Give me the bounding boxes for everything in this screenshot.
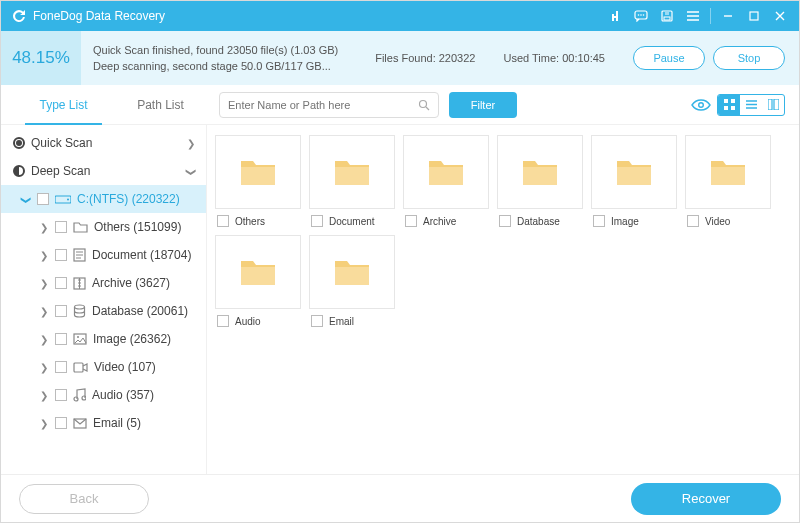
checkbox[interactable] [55,333,67,345]
folder-icon [709,157,747,187]
chevron-down-icon: ❯ [21,194,32,204]
view-detail-button[interactable] [762,95,784,115]
filter-button[interactable]: Filter [449,92,517,118]
svg-point-1 [638,14,640,16]
chevron-right-icon: ❯ [39,250,49,261]
audio-icon [73,388,86,402]
folder-card-image[interactable]: Image [591,135,677,227]
scan-status-line2: Deep scanning, second stage 50.0 GB/117 … [93,60,375,72]
title-bar: FoneDog Data Recovery [1,1,799,31]
folder-card-archive[interactable]: Archive [403,135,489,227]
toolbar: Type List Path List Filter [1,85,799,125]
save-icon[interactable] [654,1,680,31]
tree-deep-scan[interactable]: Deep Scan ❯ [1,157,206,185]
video-icon [73,362,88,373]
maximize-button[interactable] [741,1,767,31]
svg-point-24 [74,397,78,401]
share-icon[interactable] [602,1,628,31]
used-time: Used Time: 00:10:45 [503,52,605,64]
view-list-button[interactable] [740,95,762,115]
svg-point-9 [699,102,704,107]
folder-card-document[interactable]: Document [309,135,395,227]
scan-progress-percent: 48.15% [1,31,81,85]
tree-audio[interactable]: ❯ Audio (357) [1,381,206,409]
svg-point-25 [82,396,86,400]
tree-email[interactable]: ❯ Email (5) [1,409,206,437]
checkbox[interactable] [217,315,229,327]
svg-point-2 [640,14,642,16]
folder-icon [239,157,277,187]
list-mode-tabs: Type List Path List [15,85,209,125]
feedback-icon[interactable] [628,1,654,31]
preview-toggle[interactable] [691,98,711,112]
close-button[interactable] [767,1,793,31]
svg-point-3 [643,14,645,16]
checkbox[interactable] [37,193,49,205]
svg-rect-5 [664,17,670,20]
view-grid-button[interactable] [718,95,740,115]
checkbox[interactable] [55,417,67,429]
drive-icon [55,193,71,205]
chevron-right-icon: ❯ [39,278,49,289]
folder-icon [73,221,88,233]
svg-point-20 [75,305,85,309]
checkbox[interactable] [55,221,67,233]
folder-card-database[interactable]: Database [497,135,583,227]
chevron-right-icon: ❯ [39,334,49,345]
stop-button[interactable]: Stop [713,46,785,70]
svg-rect-11 [731,99,735,103]
checkbox[interactable] [311,215,323,227]
view-mode-segment [717,94,785,116]
archive-icon [73,277,86,290]
tree-database[interactable]: ❯ Database (20061) [1,297,206,325]
search-input[interactable] [228,99,412,111]
folder-card-others[interactable]: Others [215,135,301,227]
tree-drive[interactable]: ❯ C:(NTFS) (220322) [1,185,206,213]
tree-quick-scan[interactable]: Quick Scan ❯ [1,129,206,157]
tab-path-list[interactable]: Path List [112,85,209,125]
checkbox[interactable] [405,215,417,227]
folder-icon [615,157,653,187]
checkbox[interactable] [55,249,67,261]
tree-video[interactable]: ❯ Video (107) [1,353,206,381]
checkbox[interactable] [55,361,67,373]
tree-image[interactable]: ❯ Image (26362) [1,325,206,353]
back-button[interactable]: Back [19,484,149,514]
svg-point-17 [67,199,69,201]
email-icon [73,418,87,429]
folder-icon [521,157,559,187]
checkbox[interactable] [311,315,323,327]
svg-rect-10 [724,99,728,103]
checkbox[interactable] [687,215,699,227]
search-icon [418,99,430,111]
checkbox[interactable] [55,305,67,317]
checkbox[interactable] [593,215,605,227]
svg-rect-15 [774,99,779,110]
folder-card-email[interactable]: Email [309,235,395,327]
chevron-right-icon: ❯ [39,418,49,429]
folder-card-video[interactable]: Video [685,135,771,227]
chevron-right-icon: ❯ [39,306,49,317]
checkbox[interactable] [217,215,229,227]
minimize-button[interactable] [715,1,741,31]
svg-rect-23 [74,363,83,372]
menu-icon[interactable] [680,1,706,31]
tab-type-list[interactable]: Type List [15,85,112,125]
checkbox[interactable] [55,389,67,401]
search-box[interactable] [219,92,439,118]
pause-button[interactable]: Pause [633,46,705,70]
svg-rect-13 [731,106,735,110]
tree-document[interactable]: ❯ Document (18704) [1,241,206,269]
checkbox[interactable] [499,215,511,227]
tree-archive[interactable]: ❯ Archive (3627) [1,269,206,297]
app-logo: FoneDog Data Recovery [11,8,165,24]
folder-icon [427,157,465,187]
tree-others[interactable]: ❯ Others (151099) [1,213,206,241]
chevron-right-icon: ❯ [39,362,49,373]
folder-card-audio[interactable]: Audio [215,235,301,327]
document-icon [73,248,86,262]
sidebar-tree: Quick Scan ❯ Deep Scan ❯ ❯ C:(NTFS) (220… [1,125,207,474]
recover-button[interactable]: Recover [631,483,781,515]
recovery-logo-icon [11,8,27,24]
checkbox[interactable] [55,277,67,289]
